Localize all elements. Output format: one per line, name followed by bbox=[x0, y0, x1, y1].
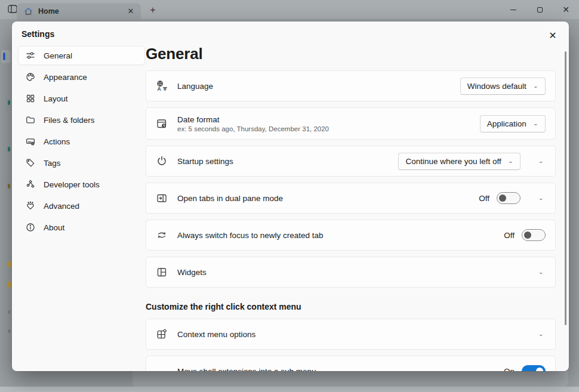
power-icon bbox=[156, 155, 168, 167]
expander-chevron-icon[interactable]: ⌄ bbox=[536, 269, 546, 275]
dimmed-icon-fragment bbox=[7, 282, 11, 288]
context-menu-icon bbox=[156, 328, 168, 340]
dimmed-accent-fragment bbox=[3, 53, 5, 60]
expander-chevron-icon[interactable]: ⌄ bbox=[536, 331, 546, 337]
setting-sublabel: ex: 5 seconds ago, Thursday, December 31… bbox=[177, 125, 329, 132]
dropdown-value: Application bbox=[487, 119, 526, 128]
expander-chevron-icon[interactable]: ⌄ bbox=[536, 195, 546, 201]
dev-tools-icon bbox=[26, 180, 35, 189]
setting-row-startup[interactable]: Startup settings Continue where you left… bbox=[146, 146, 556, 177]
maximize-icon bbox=[537, 7, 543, 13]
setting-row-context-menu[interactable]: Context menu options ⌄ bbox=[146, 319, 556, 350]
startup-dropdown[interactable]: Continue where you left off ⌄ bbox=[398, 153, 521, 170]
sidebar-item-label: Files & folders bbox=[44, 116, 95, 125]
expander-chevron-icon[interactable]: ⌄ bbox=[536, 158, 546, 164]
switch-focus-toggle[interactable] bbox=[522, 229, 546, 241]
page-title: General bbox=[146, 45, 556, 62]
sidebar-item-developer-tools[interactable]: Developer tools bbox=[18, 175, 145, 194]
chevron-down-icon: ⌄ bbox=[508, 158, 513, 164]
app-titlebar: Home ✕ + ✕ bbox=[0, 0, 579, 19]
tag-icon bbox=[26, 158, 35, 168]
panes-icon bbox=[8, 4, 18, 16]
dialog-title: Settings bbox=[21, 29, 54, 39]
sidebar-item-advanced[interactable]: Advanced bbox=[18, 196, 145, 215]
dropdown-value: Windows default bbox=[467, 82, 526, 91]
dimmed-icon-fragment bbox=[8, 329, 10, 333]
widgets-icon bbox=[156, 266, 168, 278]
home-icon bbox=[24, 7, 33, 16]
actions-icon bbox=[26, 137, 35, 146]
dimmed-icon-fragment bbox=[8, 184, 10, 189]
setting-label: Open tabs in dual pane mode bbox=[177, 194, 283, 203]
language-dropdown[interactable]: Windows default ⌄ bbox=[460, 78, 546, 95]
setting-label: Context menu options bbox=[177, 330, 255, 339]
shell-extensions-toggle[interactable] bbox=[522, 365, 546, 371]
setting-row-date-format: Date format ex: 5 seconds ago, Thursday,… bbox=[146, 107, 556, 140]
dimmed-file-area bbox=[133, 371, 568, 387]
toggle-knob bbox=[524, 232, 531, 239]
sidebar-item-label: Layout bbox=[44, 94, 68, 103]
info-icon bbox=[26, 223, 35, 232]
folder-icon bbox=[26, 115, 35, 125]
dimmed-icon-fragment bbox=[8, 100, 10, 105]
sidebar-item-label: About bbox=[44, 223, 64, 232]
date-format-icon bbox=[156, 118, 168, 129]
toggle-knob bbox=[499, 195, 506, 202]
maximize-button[interactable] bbox=[526, 0, 553, 19]
sidebar-item-label: General bbox=[44, 51, 72, 60]
new-tab-button[interactable]: + bbox=[145, 2, 161, 18]
tab-home[interactable]: Home ✕ bbox=[17, 3, 141, 19]
setting-label: Date format bbox=[177, 115, 329, 124]
close-window-button[interactable]: ✕ bbox=[553, 0, 579, 19]
dimmed-icon-fragment bbox=[7, 261, 11, 267]
tab-title: Home bbox=[38, 7, 125, 16]
sidebar-item-appearance[interactable]: Appearance bbox=[18, 67, 145, 87]
dialog-close-button[interactable]: ✕ bbox=[544, 27, 562, 44]
sliders-icon bbox=[26, 51, 35, 60]
sidebar-item-about[interactable]: About bbox=[18, 218, 145, 237]
window-controls: ✕ bbox=[500, 0, 579, 19]
setting-row-widgets[interactable]: Widgets ⌄ bbox=[146, 257, 556, 288]
close-icon: ✕ bbox=[562, 5, 569, 14]
sidebar-item-files-folders[interactable]: Files & folders bbox=[18, 110, 145, 129]
dual-pane-toggle[interactable] bbox=[497, 192, 521, 204]
dimmed-statusbar bbox=[0, 387, 579, 392]
advanced-icon bbox=[26, 201, 35, 211]
sidebar-item-actions[interactable]: Actions bbox=[18, 132, 145, 151]
dimmed-icon-fragment bbox=[8, 147, 10, 152]
toggle-state-label: Off bbox=[479, 194, 489, 203]
setting-label: Language bbox=[177, 82, 213, 91]
dropdown-value: Continue where you left off bbox=[405, 157, 501, 166]
minimize-button[interactable] bbox=[500, 0, 526, 19]
date-format-dropdown[interactable]: Application ⌄ bbox=[480, 115, 546, 132]
section-header: Customize the right click context menu bbox=[146, 302, 556, 311]
tab-close-icon[interactable]: ✕ bbox=[125, 7, 136, 16]
sidebar-item-label: Advanced bbox=[44, 202, 79, 211]
dimmed-icon-fragment bbox=[8, 310, 10, 314]
sidebar-item-general[interactable]: General bbox=[18, 46, 145, 65]
dual-pane-icon bbox=[156, 192, 168, 204]
sidebar-item-label: Appearance bbox=[44, 73, 87, 82]
toggle-knob bbox=[536, 368, 543, 371]
toggle-state-label: On bbox=[504, 367, 515, 372]
scrollbar-thumb[interactable] bbox=[565, 51, 566, 325]
sidebar-item-label: Actions bbox=[44, 137, 70, 146]
grid-icon bbox=[26, 94, 35, 103]
setting-label: Widgets bbox=[177, 268, 207, 277]
palette-icon bbox=[26, 72, 35, 82]
setting-label: Move shell extensions into a sub menu bbox=[177, 367, 316, 372]
setting-label: Startup settings bbox=[177, 157, 233, 166]
chevron-down-icon: ⌄ bbox=[533, 121, 538, 126]
sidebar-item-tags[interactable]: Tags bbox=[18, 153, 145, 172]
minimize-icon bbox=[510, 10, 516, 10]
setting-row-dual-pane[interactable]: Open tabs in dual pane mode Off ⌄ bbox=[146, 183, 556, 214]
settings-sidebar: General Appearance Layout Files & folder… bbox=[18, 46, 145, 239]
setting-row-language: A Language Windows default ⌄ bbox=[146, 70, 556, 101]
chevron-down-icon: ⌄ bbox=[533, 83, 538, 89]
settings-content: General A Language Windows default ⌄ bbox=[146, 45, 556, 371]
sidebar-item-layout[interactable]: Layout bbox=[18, 89, 145, 108]
setting-row-switch-focus: Always switch focus to newly created tab… bbox=[146, 220, 556, 251]
sidebar-item-label: Tags bbox=[44, 159, 61, 168]
toggle-state-label: Off bbox=[504, 231, 515, 240]
switch-focus-icon bbox=[156, 229, 168, 241]
